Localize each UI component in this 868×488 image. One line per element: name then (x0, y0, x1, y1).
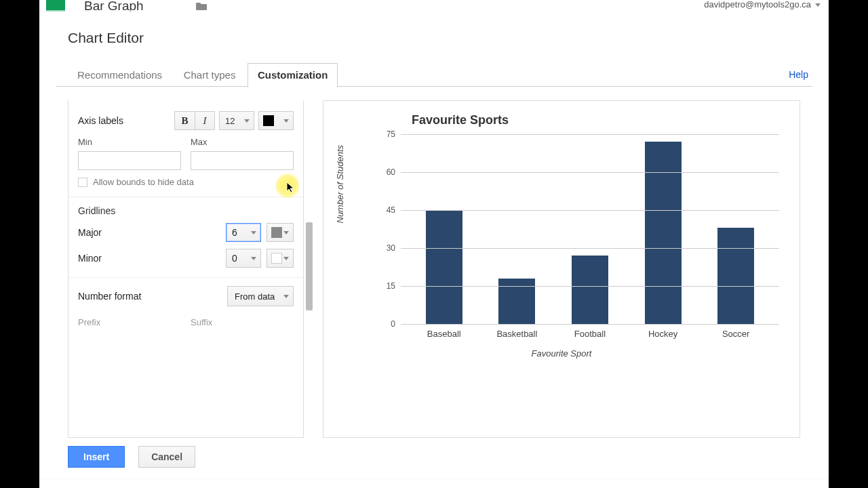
minor-gridlines-color[interactable] (267, 249, 294, 268)
x-tick-label: Football (553, 329, 627, 339)
suffix-label: Suffix (191, 317, 294, 327)
gridline (401, 324, 779, 325)
y-tick-label: 15 (375, 281, 395, 291)
chart-preview: Favourite Sports Number of Students 0153… (323, 100, 800, 438)
help-link[interactable]: Help (789, 69, 808, 80)
dialog-title: Chart Editor (56, 12, 812, 46)
x-tick-label: Hockey (627, 329, 700, 339)
gridline (401, 248, 779, 249)
caret-down-icon (283, 231, 289, 235)
allow-bounds-label: Allow bounds to hide data (93, 177, 194, 187)
bar (717, 228, 754, 324)
tab-recommendations[interactable]: Recommendations (68, 64, 172, 87)
chart-plot-area: 01530456075 (401, 134, 779, 324)
y-tick-label: 60 (375, 167, 395, 177)
x-tick-label: Basketball (481, 329, 554, 339)
number-format-heading: Number format (78, 291, 227, 302)
caret-down-icon (815, 3, 821, 7)
allow-bounds-checkbox[interactable] (78, 178, 87, 187)
gridline (401, 210, 779, 211)
font-size-select[interactable]: 12 (219, 111, 254, 130)
number-format-value: From data (235, 291, 275, 302)
insert-button[interactable]: Insert (68, 446, 125, 468)
bar (572, 256, 608, 324)
caret-down-icon (244, 119, 250, 123)
color-swatch-icon (271, 227, 282, 238)
prefix-label: Prefix (78, 317, 181, 327)
chart-title: Favourite Sports (412, 113, 786, 127)
gridline (401, 286, 779, 287)
axis-labels-heading: Axis labels (78, 115, 174, 126)
video-controls-hint (39, 479, 829, 488)
y-tick-label: 75 (375, 129, 395, 139)
account-menu[interactable]: davidpetro@mytools2go.ca (704, 0, 821, 9)
gridline (401, 134, 779, 135)
caret-down-icon (283, 295, 289, 298)
scrollbar-thumb[interactable] (306, 222, 313, 310)
bar (498, 279, 535, 324)
tabs: Recommendations Chart types Customizatio… (56, 62, 812, 87)
caret-down-icon (251, 231, 256, 235)
major-gridlines-select[interactable]: 6 (226, 223, 261, 242)
minor-gridlines-label: Minor (78, 253, 226, 264)
gridlines-heading: Gridlines (78, 205, 294, 216)
x-tick-label: Soccer (699, 329, 772, 339)
max-input[interactable] (191, 151, 294, 170)
x-tick-label: Baseball (408, 329, 481, 339)
major-gridlines-value: 6 (232, 227, 237, 238)
min-label: Min (78, 137, 181, 147)
bar-slot (699, 134, 772, 324)
tab-chart-types[interactable]: Chart types (174, 64, 245, 87)
caret-down-icon (251, 257, 256, 260)
gridline (401, 172, 779, 173)
number-format-select[interactable]: From data (227, 286, 294, 306)
bar-slot (553, 134, 627, 324)
y-tick-label: 45 (375, 205, 395, 215)
color-swatch-icon (263, 115, 274, 126)
color-swatch-icon (271, 253, 282, 264)
customization-panel: Axis labels B I 12 Min (68, 100, 304, 438)
bar-slot (481, 134, 554, 324)
bar-slot (627, 134, 700, 324)
y-axis-label: Number of Students (335, 145, 345, 224)
y-tick-label: 0 (375, 319, 395, 329)
account-email: davidpetro@mytools2go.ca (704, 0, 811, 9)
cancel-button[interactable]: Cancel (138, 446, 195, 468)
minor-gridlines-select[interactable]: 0 (226, 249, 261, 268)
y-tick-label: 30 (375, 243, 395, 253)
italic-button[interactable]: I (195, 111, 215, 130)
bar-slot (408, 134, 481, 324)
caret-down-icon (283, 257, 289, 260)
bold-button[interactable]: B (174, 111, 195, 130)
max-label: Max (191, 137, 294, 147)
chart-editor-dialog: Chart Editor Recommendations Chart types… (56, 12, 812, 480)
font-color-select[interactable] (258, 111, 294, 130)
bar (426, 210, 462, 324)
major-gridlines-label: Major (78, 227, 226, 238)
font-size-value: 12 (225, 116, 235, 126)
x-axis-label: Favourite Sport (337, 348, 786, 359)
bar (645, 142, 682, 324)
min-input[interactable] (78, 151, 181, 170)
caret-down-icon (283, 119, 289, 123)
tab-customization[interactable]: Customization (248, 63, 338, 87)
major-gridlines-color[interactable] (267, 223, 294, 242)
minor-gridlines-value: 0 (232, 253, 237, 264)
